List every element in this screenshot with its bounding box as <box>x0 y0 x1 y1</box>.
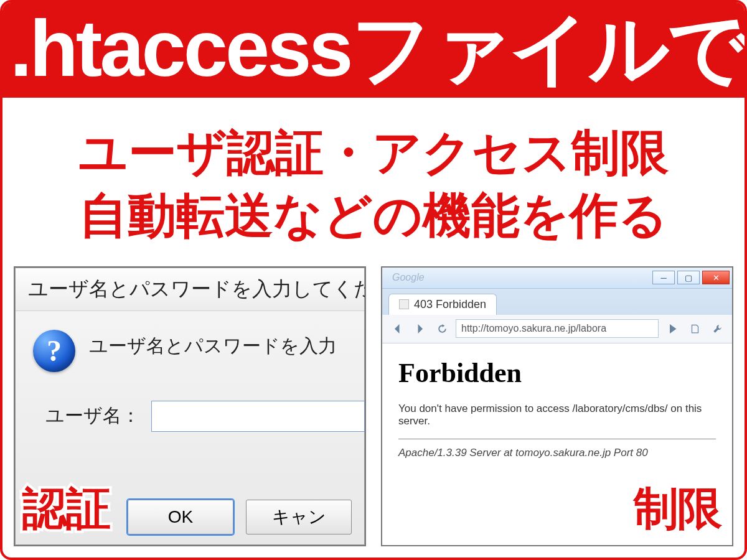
url-input[interactable] <box>456 319 659 338</box>
cancel-button[interactable]: キャン <box>246 500 352 534</box>
page-icon <box>690 324 700 334</box>
server-signature: Apache/1.3.39 Server at tomoyo.sakura.ne… <box>398 447 716 459</box>
reload-icon <box>438 324 447 334</box>
window-minimize-button[interactable]: ─ <box>652 271 675 284</box>
go-button[interactable] <box>664 320 681 337</box>
back-button[interactable] <box>388 320 406 337</box>
browser-titlebar: Google ─ ▢ ✕ <box>382 268 732 289</box>
chevron-left-icon <box>393 324 402 334</box>
header-banner: .htaccessファイルで <box>2 2 745 98</box>
subtitle: ユーザ認証・アクセス制限 自動転送などの機能を作る <box>2 98 745 266</box>
window-maximize-button[interactable]: ▢ <box>677 271 700 284</box>
ok-button[interactable]: OK <box>128 500 233 534</box>
page-divider <box>398 439 716 439</box>
window-close-button[interactable]: ✕ <box>702 271 730 284</box>
question-icon: ? <box>33 330 75 372</box>
auth-username-label: ユーザ名： <box>45 403 140 429</box>
header-title: .htaccessファイルで <box>10 4 746 93</box>
page-heading: Forbidden <box>398 357 716 389</box>
page-menu-button[interactable] <box>686 320 703 337</box>
page-body-text: You don't have permission to access /lab… <box>398 403 716 427</box>
tab-favicon-icon <box>399 299 409 309</box>
auth-dialog-buttons: OK キャン <box>128 500 352 534</box>
browser-tabstrip: 403 Forbidden <box>382 289 732 315</box>
auth-dialog-message: ユーザ名とパスワードを入力 <box>89 330 337 359</box>
reload-button[interactable] <box>433 320 451 337</box>
auth-dialog-title: ユーザ名とパスワードを入力してください <box>16 268 364 311</box>
auth-username-row: ユーザ名： <box>16 383 364 444</box>
card: .htaccessファイルで ユーザ認証・アクセス制限 自動転送などの機能を作る… <box>0 0 747 560</box>
auth-dialog-body: ? ユーザ名とパスワードを入力 <box>16 311 364 383</box>
auth-panel: ユーザ名とパスワードを入力してください ? ユーザ名とパスワードを入力 ユーザ名… <box>14 266 366 546</box>
tab-title: 403 Forbidden <box>414 298 486 311</box>
browser-tab[interactable]: 403 Forbidden <box>388 294 497 315</box>
auth-username-input[interactable] <box>151 401 365 432</box>
panels: ユーザ名とパスワードを入力してください ? ユーザ名とパスワードを入力 ユーザ名… <box>2 266 745 558</box>
chevron-right-icon <box>415 324 425 334</box>
restrict-badge: 制限 <box>634 479 721 539</box>
auth-badge: 認証 <box>22 479 110 539</box>
browser-toolbar <box>382 315 732 343</box>
wrench-icon <box>713 324 722 334</box>
play-icon <box>668 324 677 334</box>
wrench-menu-button[interactable] <box>708 320 726 337</box>
browser-panel: Google ─ ▢ ✕ 403 Forbidden <box>381 266 733 546</box>
google-mark: Google <box>385 272 425 283</box>
forward-button[interactable] <box>411 320 428 337</box>
